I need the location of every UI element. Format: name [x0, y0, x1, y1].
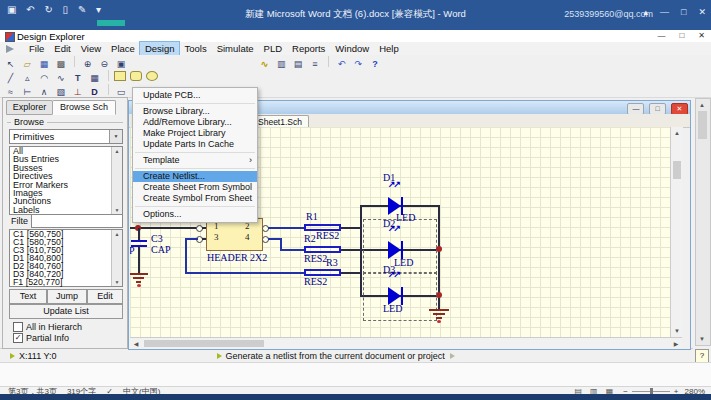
curve-tool-icon[interactable]: ∿	[54, 72, 67, 84]
comment-header2x2[interactable]: HEADER 2X2	[207, 252, 267, 263]
menuitem-create-sheet-from-symbol[interactable]: Create Sheet From Symbol	[133, 182, 257, 193]
scroll-up-icon[interactable]: ▲	[672, 128, 682, 138]
resistor-r3[interactable]	[304, 269, 341, 276]
menuitem-template[interactable]: Template ›	[133, 155, 257, 166]
scroll-up-icon[interactable]: ▲	[112, 230, 122, 238]
primitive-list-scrollbar[interactable]: ▲ ▼	[111, 147, 122, 214]
scroll-down-icon[interactable]: ▼	[112, 278, 122, 286]
menuitem-update-parts-in-cache[interactable]: Update Parts In Cache	[133, 139, 257, 150]
scroll-left-icon[interactable]: ◀	[131, 339, 141, 349]
rounded-rect-tool-icon[interactable]	[130, 71, 142, 81]
primitive-type-list[interactable]: All Bus Entries Busses Directives Error …	[9, 146, 123, 215]
scroll-up-icon[interactable]: ▲	[697, 100, 707, 110]
comment-res2[interactable]: RES2	[304, 276, 327, 287]
save-document-icon[interactable]: ▦	[38, 58, 51, 70]
print-icon[interactable]: ▩	[54, 58, 67, 70]
list-icon[interactable]: ≡	[308, 58, 321, 70]
zoom-in-icon[interactable]: ⊕	[81, 58, 94, 70]
menuitem-create-symbol-from-sheet[interactable]: Create Symbol From Sheet	[133, 193, 257, 204]
scroll-thumb[interactable]	[673, 161, 681, 179]
workspace-vscrollbar[interactable]: ▲ ▼	[695, 98, 711, 346]
comment-res2[interactable]: RES2	[304, 253, 327, 264]
rectangle-tool-icon[interactable]	[114, 71, 126, 81]
list-item[interactable]: Labels	[10, 206, 122, 214]
de-close-icon[interactable]: ✕	[698, 31, 705, 40]
filter-input[interactable]	[31, 214, 123, 228]
comment-led[interactable]: LED	[383, 303, 402, 314]
component-list[interactable]: C1 [560,750] C1 [580,750] C3 [610,750] D…	[9, 229, 123, 287]
menu-help[interactable]: Help	[374, 42, 404, 55]
arc-tool-icon[interactable]: ◠	[38, 72, 51, 84]
scroll-thumb[interactable]	[144, 340, 264, 347]
menuitem-make-project-library[interactable]: Make Project Library	[133, 128, 257, 139]
menu-place[interactable]: Place	[106, 42, 140, 55]
scroll-down-icon[interactable]: ▼	[112, 206, 122, 214]
update-list-button[interactable]: Update List	[9, 304, 123, 319]
menuitem-options[interactable]: Options...	[133, 209, 257, 220]
component-list-scrollbar[interactable]: ▲ ▼	[111, 230, 122, 286]
scroll-down-icon[interactable]: ▼	[697, 334, 707, 344]
capacitor-c3[interactable]	[131, 240, 147, 242]
tab-browse-sch[interactable]: Browse Sch	[52, 100, 116, 115]
menu-reports[interactable]: Reports	[287, 42, 330, 55]
open-document-icon[interactable]: ▱	[21, 58, 34, 70]
browse-mode-dropdown-icon[interactable]: ▼	[109, 130, 122, 143]
browse-mode-select[interactable]: Primitives ▼	[9, 129, 123, 144]
probe-icon[interactable]: ▥	[275, 58, 288, 70]
system-menu-icon[interactable]	[6, 45, 14, 53]
redo-tool-icon[interactable]: ↷	[352, 58, 365, 70]
image-tool-icon[interactable]: ▦	[88, 72, 101, 84]
text-tool-icon[interactable]: T	[71, 72, 84, 84]
menu-view[interactable]: View	[76, 42, 106, 55]
menu-edit[interactable]: Edit	[49, 42, 75, 55]
ellipse-tool-icon[interactable]	[146, 71, 158, 81]
comment-cap[interactable]: CAP	[151, 244, 170, 255]
resistor-r2[interactable]	[304, 246, 341, 253]
menu-tools[interactable]: Tools	[179, 42, 211, 55]
menu-design[interactable]: Design	[140, 42, 180, 55]
tab-explorer[interactable]: Explorer	[6, 100, 53, 115]
edit-button[interactable]: Edit	[87, 289, 123, 304]
ground-symbol[interactable]	[130, 273, 148, 275]
menu-window[interactable]: Window	[330, 42, 374, 55]
de-minimize-icon[interactable]: —	[657, 31, 665, 40]
comment-res2[interactable]: RES2	[316, 230, 339, 241]
all-in-hierarchy-checkbox[interactable]	[13, 322, 23, 332]
undo-tool-icon[interactable]: ↶	[335, 58, 348, 70]
designator-r1[interactable]: R1	[306, 211, 318, 222]
zoom-area-icon[interactable]: ▣	[114, 58, 127, 70]
zoom-slider[interactable]	[632, 391, 670, 392]
menuitem-update-pcb[interactable]: Update PCB...	[133, 90, 257, 101]
canvas-hscrollbar[interactable]: ◀ ▶	[130, 337, 682, 349]
jump-button[interactable]: Jump	[47, 289, 87, 304]
help-badge[interactable]: ?	[695, 349, 709, 363]
comment-led[interactable]: LED	[396, 212, 415, 223]
scroll-thumb[interactable]	[698, 111, 707, 139]
ground-symbol[interactable]	[429, 309, 449, 311]
scroll-right-icon[interactable]: ▶	[671, 339, 681, 349]
menuitem-browse-library[interactable]: Browse Library...	[133, 106, 257, 117]
menuitem-add-remove-library[interactable]: Add/Remove Library...	[133, 117, 257, 128]
minimize-icon[interactable]: —	[660, 7, 669, 17]
list-item[interactable]: F1 [520,770]	[10, 278, 122, 286]
partial-info-checkbox[interactable]: ✓	[13, 333, 23, 343]
canvas-vscrollbar[interactable]: ▲ ▼	[670, 127, 683, 337]
zoom-out-icon[interactable]: ⊖	[98, 58, 111, 70]
menu-file[interactable]: File	[24, 42, 49, 55]
designator-c3[interactable]: C3	[151, 233, 163, 244]
designator-r3[interactable]: R3	[326, 257, 338, 268]
select-tool-icon[interactable]: ↖	[4, 58, 17, 70]
help-tool-icon[interactable]: ?	[368, 58, 381, 70]
designator-d1[interactable]: D1	[383, 172, 395, 183]
de-maximize-icon[interactable]: □	[679, 31, 684, 40]
polygon-tool-icon[interactable]: ▵	[21, 72, 34, 84]
designator-d3[interactable]: D3	[383, 264, 395, 275]
comment-led[interactable]: LED	[394, 257, 413, 268]
line-tool-icon[interactable]: ╱	[4, 72, 17, 84]
text-button[interactable]: Text	[9, 289, 47, 304]
designator-d2[interactable]: D2	[383, 218, 395, 229]
scroll-down-icon[interactable]: ▼	[672, 326, 682, 336]
menu-simulate[interactable]: Simulate	[212, 42, 259, 55]
designator-r2[interactable]: R2	[304, 233, 316, 244]
scroll-up-icon[interactable]: ▲	[112, 147, 122, 155]
